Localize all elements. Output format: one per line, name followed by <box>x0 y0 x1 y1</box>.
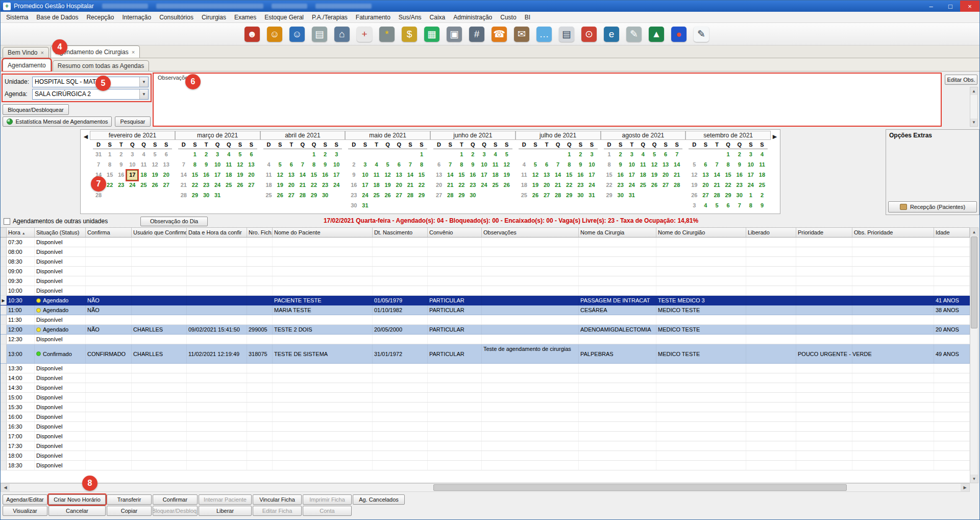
calendar-day[interactable]: 6 <box>246 150 257 160</box>
calendar-day[interactable]: 22 <box>308 180 320 191</box>
grid-horizontal-scrollbar[interactable]: ◀ ▶ <box>1 483 970 492</box>
engrenagens-icon[interactable]: * <box>379 27 395 42</box>
calendar-day[interactable]: 11 <box>756 160 768 170</box>
calendar-day[interactable]: 1 <box>723 150 734 160</box>
calendar-day[interactable]: 7 <box>671 150 682 160</box>
column-header-hora[interactable]: Hora▲ <box>7 228 35 237</box>
calendar-day[interactable]: 6 <box>700 160 711 170</box>
schedule-row[interactable]: 08:30Disponível <box>1 257 970 267</box>
calendar-day[interactable]: 31 <box>626 191 638 201</box>
menu-bi[interactable]: BI <box>521 12 534 22</box>
calendar-day[interactable]: 25 <box>223 180 234 191</box>
calendar-day[interactable]: 26 <box>150 180 161 191</box>
calendar-day[interactable]: 27 <box>700 191 711 201</box>
calendar-day[interactable]: 15 <box>416 170 427 180</box>
calendar-day[interactable]: 3 <box>359 160 371 170</box>
calendar-day[interactable]: 28 <box>297 191 308 201</box>
menu-custo[interactable]: Custo <box>496 12 520 22</box>
noticias-icon[interactable]: ▤ <box>559 27 574 42</box>
column-header-convenio[interactable]: Convênio <box>428 228 482 237</box>
calendar-day[interactable]: 12 <box>649 160 660 170</box>
recepcao-pacientes-button[interactable]: Recepção (Pacientes) <box>888 201 977 212</box>
calendar-day[interactable]: 26 <box>530 191 541 201</box>
calendar-day[interactable]: 28 <box>671 180 682 191</box>
column-header-usuario[interactable]: Usuário que Confirmou <box>132 228 187 237</box>
scrollbar-thumb[interactable] <box>433 484 847 491</box>
tab-resumo-com-todas-as-agendas[interactable]: Resumo com todas as Agendas <box>53 60 149 71</box>
observacoes-scrollbar[interactable]: ▲ ▼ <box>970 87 978 127</box>
calendar-day[interactable]: 28 <box>445 191 456 201</box>
calendar-day[interactable]: 17 <box>626 170 638 180</box>
calendar-day[interactable]: 6 <box>433 160 445 170</box>
calendar-day[interactable]: 7 <box>734 201 745 211</box>
schedule-row[interactable]: 16:00Disponível <box>1 412 970 422</box>
calendar-day[interactable]: 16 <box>575 170 586 180</box>
calendar-day[interactable]: 31 <box>586 191 597 201</box>
calendar-day[interactable]: 9 <box>575 160 586 170</box>
calendar-day[interactable]: 18 <box>371 180 382 191</box>
calendar-day[interactable]: 30 <box>348 201 359 211</box>
column-header-obs[interactable]: Observações <box>482 228 579 237</box>
calendar-day[interactable]: 19 <box>234 170 246 180</box>
grid-vertical-scrollbar[interactable]: ▲ ▼ <box>970 227 978 483</box>
calendar-day[interactable]: 2 <box>320 150 331 160</box>
observacao-dia-button[interactable]: Observação do Dia <box>140 217 208 226</box>
calendar-day[interactable]: 30 <box>320 191 331 201</box>
calendar-day[interactable]: 27 <box>161 180 172 191</box>
menu-administracao[interactable]: Administração <box>449 12 496 22</box>
calendar-day[interactable]: 27 <box>246 180 257 191</box>
calendar-day[interactable]: 26 <box>649 180 660 191</box>
calendar-day[interactable]: 17 <box>127 170 138 180</box>
calendar-day[interactable]: 21 <box>297 180 308 191</box>
calendar-day[interactable]: 2 <box>575 150 586 160</box>
calendar-day[interactable]: 21 <box>178 180 189 191</box>
pesquisar-button[interactable]: Pesquisar <box>115 116 151 127</box>
calendar-day[interactable]: 8 <box>104 160 115 170</box>
calendar-next-button[interactable]: ▶ <box>771 131 779 212</box>
calendar-day[interactable]: 12 <box>501 160 512 170</box>
schedule-row[interactable]: 12:00AgendadoNÃOCHARLLES09/02/2021 15:41… <box>1 325 970 335</box>
calendar-day[interactable]: 12 <box>530 170 541 180</box>
calendar-day[interactable]: 10 <box>745 160 756 170</box>
calendar-day[interactable]: 15 <box>723 170 734 180</box>
scrollbar-thumb[interactable] <box>971 237 977 328</box>
other-units-checkbox[interactable] <box>4 218 10 225</box>
menu-sus-ans[interactable]: Sus/Ans <box>395 12 426 22</box>
calendar-day[interactable]: 12 <box>689 170 700 180</box>
calendar-day[interactable]: 19 <box>275 180 286 191</box>
calendar-day[interactable]: 29 <box>456 191 467 201</box>
calendar-day[interactable]: 14 <box>711 170 722 180</box>
schedule-row[interactable]: 13:30Disponível <box>1 364 970 373</box>
column-header-dataconf[interactable]: Data e Hora da confir <box>187 228 247 237</box>
action-liberar[interactable]: Liberar <box>199 506 252 516</box>
calendar-day[interactable]: 4 <box>263 160 275 170</box>
schedule-row[interactable]: 15:30Disponível <box>1 403 970 412</box>
calendar-day[interactable]: 20 <box>246 170 257 180</box>
prancheta-icon[interactable]: ▤ <box>312 27 327 42</box>
calendar-day[interactable]: 2 <box>115 150 127 160</box>
calendar-day[interactable]: 6 <box>286 160 297 170</box>
calendar-day[interactable]: 23 <box>320 180 331 191</box>
calendar-day[interactable]: 10 <box>586 160 597 170</box>
busca-paciente-icon[interactable]: ☺ <box>267 27 282 42</box>
calendar-day[interactable]: 6 <box>723 201 734 211</box>
calendar-day[interactable]: 3 <box>331 150 342 160</box>
calendar-day[interactable]: 10 <box>212 160 223 170</box>
schedule-row[interactable]: 13:00ConfirmadoCONFIRMADOCHARLLES11/02/2… <box>1 344 970 364</box>
calendar-day[interactable]: 8 <box>308 160 320 170</box>
schedule-row[interactable]: 14:30Disponível <box>1 383 970 393</box>
schedule-row[interactable]: 09:00Disponível <box>1 267 970 276</box>
calendar-day[interactable]: 1 <box>189 150 201 160</box>
calendar-day[interactable]: 26 <box>382 191 394 201</box>
calendar-day[interactable]: 7 <box>552 160 564 170</box>
calendar-day[interactable]: 7 <box>297 160 308 170</box>
column-header-confirma[interactable]: Confirma <box>86 228 132 237</box>
calendar-day[interactable]: 4 <box>138 150 149 160</box>
calendar-day[interactable]: 5 <box>382 160 394 170</box>
calendar-day[interactable]: 6 <box>660 150 671 160</box>
calendar-day[interactable]: 3 <box>127 150 138 160</box>
calendar-day[interactable]: 18 <box>490 170 501 180</box>
column-header-liberado[interactable]: Liberado <box>746 228 796 237</box>
menu-internacao[interactable]: Internação <box>118 12 155 22</box>
navegador-icon[interactable]: e <box>604 27 619 42</box>
